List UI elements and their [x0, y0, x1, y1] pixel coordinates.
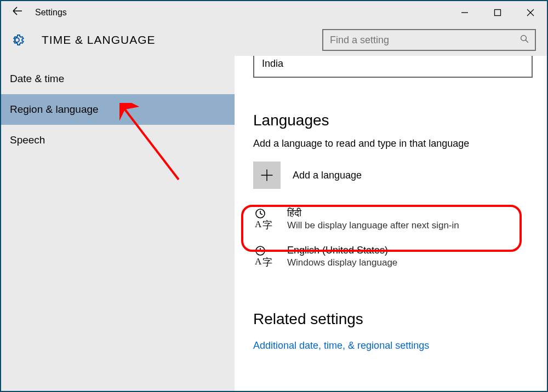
sidebar-item-region-language[interactable]: Region & language: [1, 94, 235, 125]
svg-line-10: [260, 214, 262, 215]
language-pack-icon: A 字: [253, 245, 277, 269]
language-pack-icon: A 字: [253, 207, 277, 232]
search-icon: [520, 34, 529, 47]
minimize-button[interactable]: [448, 1, 481, 24]
maximize-button[interactable]: [481, 1, 514, 24]
gear-icon: [8, 31, 26, 49]
add-language-label: Add a language: [293, 170, 362, 181]
language-name: हिंदी: [287, 207, 459, 219]
svg-line-15: [260, 251, 262, 252]
language-item-hindi[interactable]: A 字 हिंदी Will be display language after…: [253, 207, 547, 232]
back-button[interactable]: [11, 4, 35, 21]
main-panel: India Languages Add a language to read a…: [235, 56, 547, 391]
language-subtitle: Windows display language: [287, 257, 397, 268]
sidebar-item-speech[interactable]: Speech: [1, 125, 235, 155]
language-item-english[interactable]: A 字 English (United States) Windows disp…: [253, 241, 547, 272]
settings-window: Settings TIME & LANGUAGE: [0, 0, 548, 392]
svg-line-5: [526, 40, 528, 43]
sidebar: Date & time Region & language Speech: [1, 56, 235, 391]
languages-description: Add a language to read and type in that …: [253, 138, 547, 149]
svg-text:A: A: [255, 219, 262, 229]
svg-text:字: 字: [262, 220, 272, 229]
svg-text:A: A: [255, 256, 262, 267]
language-name: English (United States): [287, 245, 397, 256]
svg-text:字: 字: [262, 257, 272, 267]
add-language-button[interactable]: Add a language: [253, 162, 547, 189]
search-input[interactable]: [329, 34, 520, 47]
window-controls: [448, 1, 547, 24]
plus-icon: [253, 162, 281, 189]
language-subtitle: Will be display language after next sign…: [287, 220, 459, 231]
svg-point-4: [521, 35, 527, 41]
window-title: Settings: [35, 8, 67, 18]
svg-rect-1: [495, 10, 501, 16]
close-button[interactable]: [514, 1, 547, 24]
region-select[interactable]: India: [253, 56, 533, 78]
languages-heading: Languages: [253, 112, 547, 129]
page-title: TIME & LANGUAGE: [42, 33, 156, 47]
page-header: TIME & LANGUAGE: [1, 24, 547, 56]
content-area: Date & time Region & language Speech Ind…: [1, 56, 547, 391]
sidebar-item-date-time[interactable]: Date & time: [1, 64, 235, 94]
related-settings-heading: Related settings: [253, 310, 547, 328]
titlebar: Settings: [1, 1, 547, 24]
search-box[interactable]: [322, 29, 536, 51]
related-settings-link[interactable]: Additional date, time, & regional settin…: [253, 340, 547, 351]
